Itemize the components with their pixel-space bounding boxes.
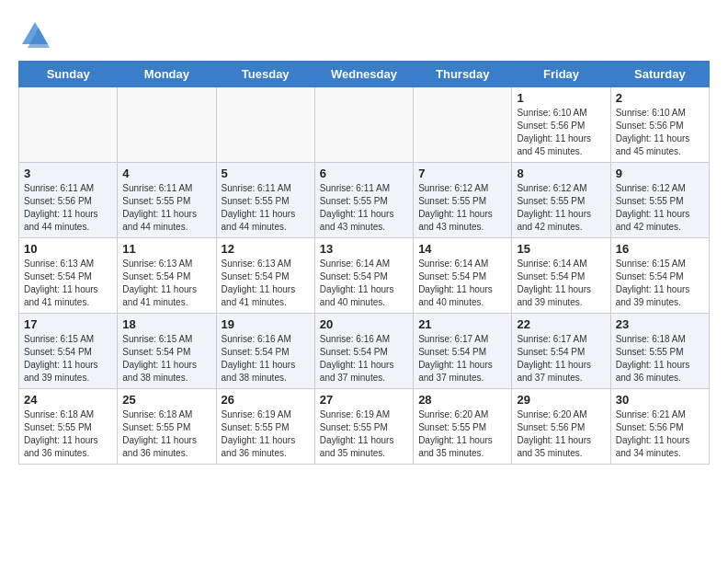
weekday-header-thursday: Thursday (414, 62, 512, 87)
day-number: 8 (517, 167, 605, 180)
calendar-cell: 18Sunrise: 6:15 AM Sunset: 5:54 PM Dayli… (118, 314, 216, 389)
day-number: 13 (320, 242, 408, 256)
day-detail: Sunrise: 6:20 AM Sunset: 5:56 PM Dayligh… (517, 408, 605, 460)
calendar-cell: 9Sunrise: 6:12 AM Sunset: 5:55 PM Daylig… (610, 163, 709, 238)
calendar-cell: 6Sunrise: 6:11 AM Sunset: 5:55 PM Daylig… (314, 163, 413, 238)
weekday-header-sunday: Sunday (19, 62, 118, 87)
weekday-header-monday: Monday (118, 62, 216, 87)
calendar-cell: 17Sunrise: 6:15 AM Sunset: 5:54 PM Dayli… (19, 314, 118, 389)
day-number: 30 (616, 393, 704, 407)
calendar-week-row: 1Sunrise: 6:10 AM Sunset: 5:56 PM Daylig… (19, 87, 710, 163)
day-number: 12 (222, 242, 310, 256)
day-number: 25 (122, 393, 210, 407)
day-number: 20 (320, 317, 408, 331)
day-number: 29 (517, 393, 605, 407)
day-number: 22 (517, 317, 605, 331)
day-number: 28 (418, 393, 506, 407)
calendar-cell (414, 87, 512, 163)
calendar-cell: 13Sunrise: 6:14 AM Sunset: 5:54 PM Dayli… (314, 238, 413, 314)
day-detail: Sunrise: 6:18 AM Sunset: 5:55 PM Dayligh… (24, 408, 112, 460)
day-number: 5 (222, 167, 310, 180)
calendar-cell: 4Sunrise: 6:11 AM Sunset: 5:55 PM Daylig… (118, 163, 216, 238)
day-number: 26 (222, 393, 310, 407)
day-detail: Sunrise: 6:12 AM Sunset: 5:55 PM Dayligh… (616, 182, 704, 234)
calendar-week-row: 24Sunrise: 6:18 AM Sunset: 5:55 PM Dayli… (19, 389, 710, 465)
day-detail: Sunrise: 6:18 AM Sunset: 5:55 PM Dayligh… (122, 408, 210, 460)
weekday-header-saturday: Saturday (610, 62, 709, 87)
day-number: 17 (24, 317, 112, 331)
day-number: 4 (122, 167, 210, 180)
calendar-cell (314, 87, 413, 163)
calendar-cell: 5Sunrise: 6:11 AM Sunset: 5:55 PM Daylig… (216, 163, 314, 238)
weekday-header-friday: Friday (512, 62, 610, 87)
day-detail: Sunrise: 6:15 AM Sunset: 5:54 PM Dayligh… (122, 333, 210, 385)
calendar-cell: 20Sunrise: 6:16 AM Sunset: 5:54 PM Dayli… (314, 314, 413, 389)
calendar-week-row: 3Sunrise: 6:11 AM Sunset: 5:56 PM Daylig… (19, 163, 710, 238)
day-detail: Sunrise: 6:12 AM Sunset: 5:55 PM Dayligh… (418, 182, 506, 234)
calendar-cell: 29Sunrise: 6:20 AM Sunset: 5:56 PM Dayli… (512, 389, 610, 465)
day-number: 18 (122, 317, 210, 331)
day-number: 11 (122, 242, 210, 256)
day-detail: Sunrise: 6:17 AM Sunset: 5:54 PM Dayligh… (517, 333, 605, 385)
day-number: 24 (24, 393, 112, 407)
day-detail: Sunrise: 6:10 AM Sunset: 5:56 PM Dayligh… (517, 107, 605, 158)
calendar-cell: 28Sunrise: 6:20 AM Sunset: 5:55 PM Dayli… (414, 389, 512, 465)
calendar-cell: 8Sunrise: 6:12 AM Sunset: 5:55 PM Daylig… (512, 163, 610, 238)
calendar-cell: 10Sunrise: 6:13 AM Sunset: 5:54 PM Dayli… (19, 238, 118, 314)
day-detail: Sunrise: 6:15 AM Sunset: 5:54 PM Dayligh… (616, 258, 704, 309)
day-number: 27 (320, 393, 408, 407)
day-number: 2 (616, 91, 704, 105)
weekday-header-row: SundayMondayTuesdayWednesdayThursdayFrid… (19, 62, 710, 87)
day-number: 23 (616, 317, 704, 331)
day-number: 9 (616, 167, 704, 180)
day-number: 21 (418, 317, 506, 331)
day-number: 1 (517, 91, 605, 105)
logo (18, 18, 51, 52)
calendar-cell: 19Sunrise: 6:16 AM Sunset: 5:54 PM Dayli… (216, 314, 314, 389)
calendar-cell (216, 87, 314, 163)
day-detail: Sunrise: 6:16 AM Sunset: 5:54 PM Dayligh… (222, 333, 310, 385)
day-detail: Sunrise: 6:13 AM Sunset: 5:54 PM Dayligh… (24, 258, 112, 309)
day-detail: Sunrise: 6:14 AM Sunset: 5:54 PM Dayligh… (517, 258, 605, 309)
day-detail: Sunrise: 6:14 AM Sunset: 5:54 PM Dayligh… (320, 258, 408, 309)
day-number: 15 (517, 242, 605, 256)
day-number: 16 (616, 242, 704, 256)
calendar-week-row: 10Sunrise: 6:13 AM Sunset: 5:54 PM Dayli… (19, 238, 710, 314)
day-detail: Sunrise: 6:11 AM Sunset: 5:56 PM Dayligh… (24, 182, 112, 234)
day-detail: Sunrise: 6:19 AM Sunset: 5:55 PM Dayligh… (222, 408, 310, 460)
day-detail: Sunrise: 6:10 AM Sunset: 5:56 PM Dayligh… (616, 107, 704, 158)
day-number: 14 (418, 242, 506, 256)
calendar-cell: 15Sunrise: 6:14 AM Sunset: 5:54 PM Dayli… (512, 238, 610, 314)
day-detail: Sunrise: 6:11 AM Sunset: 5:55 PM Dayligh… (122, 182, 210, 234)
day-detail: Sunrise: 6:20 AM Sunset: 5:55 PM Dayligh… (418, 408, 506, 460)
day-number: 3 (24, 167, 112, 180)
day-detail: Sunrise: 6:12 AM Sunset: 5:55 PM Dayligh… (517, 182, 605, 234)
calendar-cell: 3Sunrise: 6:11 AM Sunset: 5:56 PM Daylig… (19, 163, 118, 238)
page-header (18, 18, 710, 52)
logo-icon (18, 18, 51, 52)
day-number: 6 (320, 167, 408, 180)
weekday-header-wednesday: Wednesday (314, 62, 413, 87)
day-detail: Sunrise: 6:19 AM Sunset: 5:55 PM Dayligh… (320, 408, 408, 460)
calendar-cell: 26Sunrise: 6:19 AM Sunset: 5:55 PM Dayli… (216, 389, 314, 465)
calendar-cell: 25Sunrise: 6:18 AM Sunset: 5:55 PM Dayli… (118, 389, 216, 465)
calendar-cell: 21Sunrise: 6:17 AM Sunset: 5:54 PM Dayli… (414, 314, 512, 389)
day-detail: Sunrise: 6:13 AM Sunset: 5:54 PM Dayligh… (222, 258, 310, 309)
calendar-cell: 27Sunrise: 6:19 AM Sunset: 5:55 PM Dayli… (314, 389, 413, 465)
calendar-cell: 14Sunrise: 6:14 AM Sunset: 5:54 PM Dayli… (414, 238, 512, 314)
day-detail: Sunrise: 6:21 AM Sunset: 5:56 PM Dayligh… (616, 408, 704, 460)
calendar-cell: 12Sunrise: 6:13 AM Sunset: 5:54 PM Dayli… (216, 238, 314, 314)
calendar-cell: 11Sunrise: 6:13 AM Sunset: 5:54 PM Dayli… (118, 238, 216, 314)
calendar-cell: 23Sunrise: 6:18 AM Sunset: 5:55 PM Dayli… (610, 314, 709, 389)
calendar-cell: 30Sunrise: 6:21 AM Sunset: 5:56 PM Dayli… (610, 389, 709, 465)
calendar-cell: 7Sunrise: 6:12 AM Sunset: 5:55 PM Daylig… (414, 163, 512, 238)
day-number: 10 (24, 242, 112, 256)
day-detail: Sunrise: 6:15 AM Sunset: 5:54 PM Dayligh… (24, 333, 112, 385)
calendar-table: SundayMondayTuesdayWednesdayThursdayFrid… (18, 61, 710, 465)
day-detail: Sunrise: 6:13 AM Sunset: 5:54 PM Dayligh… (122, 258, 210, 309)
calendar-cell (19, 87, 118, 163)
day-number: 7 (418, 167, 506, 180)
calendar-week-row: 17Sunrise: 6:15 AM Sunset: 5:54 PM Dayli… (19, 314, 710, 389)
calendar-cell: 1Sunrise: 6:10 AM Sunset: 5:56 PM Daylig… (512, 87, 610, 163)
calendar-cell: 22Sunrise: 6:17 AM Sunset: 5:54 PM Dayli… (512, 314, 610, 389)
